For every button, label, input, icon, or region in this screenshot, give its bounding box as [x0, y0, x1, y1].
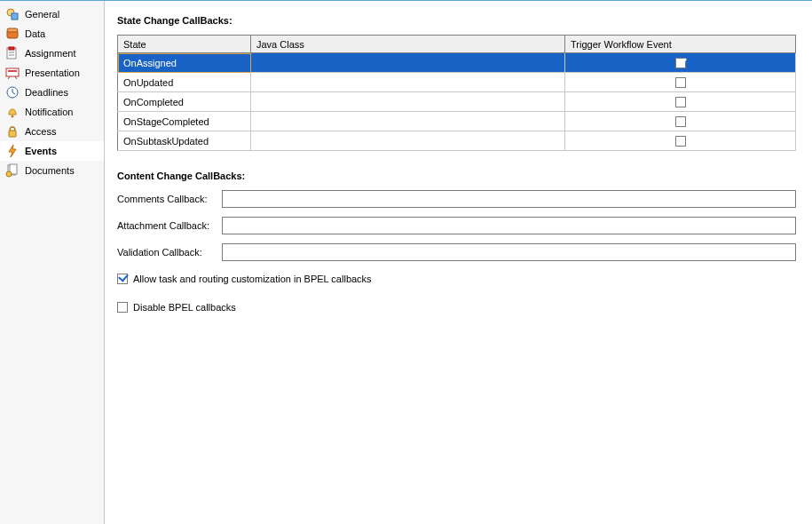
- cell-state[interactable]: OnStageCompleted: [118, 112, 251, 131]
- sidebar-item-presentation[interactable]: Presentation: [0, 63, 104, 83]
- disable-bpel-checkbox[interactable]: [117, 302, 128, 313]
- sidebar: General Data Assignment Presentation Dea…: [0, 1, 105, 524]
- state-change-title: State Change CallBacks:: [117, 15, 796, 26]
- sidebar-item-label: Deadlines: [25, 87, 68, 98]
- general-icon: [5, 7, 20, 21]
- sidebar-item-label: Notification: [25, 107, 73, 117]
- cell-javaclass[interactable]: [251, 73, 565, 92]
- table-row[interactable]: OnSubtaskUpdated: [118, 131, 796, 151]
- col-header-state[interactable]: State: [118, 36, 251, 53]
- allow-customization-label: Allow task and routing customization in …: [133, 274, 372, 284]
- trigger-checkbox[interactable]: [675, 136, 686, 147]
- cell-state[interactable]: OnSubtaskUpdated: [118, 131, 251, 151]
- cell-javaclass[interactable]: [251, 112, 565, 131]
- clock-icon: [5, 85, 20, 99]
- sidebar-item-events[interactable]: Events: [0, 141, 104, 161]
- document-icon: [5, 163, 20, 178]
- allow-customization-checkbox[interactable]: [117, 274, 128, 284]
- cell-trigger[interactable]: [565, 53, 796, 73]
- cell-state[interactable]: OnCompleted: [118, 92, 251, 112]
- sidebar-item-deadlines[interactable]: Deadlines: [0, 83, 104, 102]
- trigger-checkbox[interactable]: [675, 58, 686, 68]
- table-row[interactable]: OnUpdated: [118, 73, 796, 92]
- sidebar-item-access[interactable]: Access: [0, 122, 104, 141]
- sidebar-item-label: Presentation: [25, 67, 80, 78]
- validation-callback-row: Validation Callback:: [117, 243, 796, 261]
- sidebar-item-label: Data: [25, 28, 45, 39]
- sidebar-item-label: Documents: [25, 165, 75, 176]
- assignment-icon: [5, 46, 20, 60]
- cell-trigger[interactable]: [565, 73, 796, 92]
- content-change-title: Content Change CallBacks:: [117, 171, 796, 181]
- cell-trigger[interactable]: [565, 131, 796, 151]
- sidebar-item-assignment[interactable]: Assignment: [0, 44, 104, 63]
- cell-state[interactable]: OnAssigned: [118, 53, 251, 73]
- disable-bpel-row: Disable BPEL callbacks: [117, 302, 796, 313]
- svg-rect-5: [9, 47, 14, 50]
- sidebar-item-label: General: [25, 9, 59, 20]
- validation-callback-input[interactable]: [222, 243, 796, 261]
- sidebar-item-data[interactable]: Data: [0, 24, 104, 44]
- table-row[interactable]: OnAssigned: [118, 53, 796, 73]
- attachment-callback-label: Attachment Callback:: [117, 220, 217, 231]
- svg-point-20: [6, 171, 12, 177]
- state-change-table: State Java Class Trigger Workflow Event …: [117, 35, 796, 151]
- table-row[interactable]: OnStageCompleted: [118, 112, 796, 131]
- data-icon: [5, 27, 20, 41]
- svg-rect-1: [12, 13, 18, 20]
- svg-rect-8: [6, 68, 19, 76]
- sidebar-item-label: Access: [25, 126, 56, 137]
- svg-rect-16: [9, 131, 16, 137]
- cell-javaclass[interactable]: [251, 53, 565, 73]
- svg-point-15: [12, 115, 14, 118]
- sidebar-item-notification[interactable]: Notification: [0, 102, 104, 122]
- lock-icon: [5, 124, 20, 139]
- table-row[interactable]: OnCompleted: [118, 92, 796, 112]
- svg-marker-17: [9, 145, 16, 157]
- cell-trigger[interactable]: [565, 112, 796, 131]
- cell-trigger[interactable]: [565, 92, 796, 112]
- disable-bpel-label: Disable BPEL callbacks: [133, 302, 236, 313]
- cell-state[interactable]: OnUpdated: [118, 73, 251, 92]
- presentation-icon: [5, 66, 20, 80]
- sidebar-item-label: Assignment: [25, 48, 75, 59]
- col-header-javaclass[interactable]: Java Class: [251, 36, 565, 53]
- trigger-checkbox[interactable]: [675, 116, 686, 127]
- app-root: General Data Assignment Presentation Dea…: [0, 0, 812, 524]
- lightning-icon: [5, 144, 20, 158]
- sidebar-item-general[interactable]: General: [0, 4, 104, 24]
- svg-rect-3: [7, 28, 18, 32]
- allow-customization-row: Allow task and routing customization in …: [117, 274, 796, 284]
- svg-rect-9: [8, 70, 17, 72]
- cell-javaclass[interactable]: [251, 131, 565, 151]
- sidebar-item-documents[interactable]: Documents: [0, 161, 104, 180]
- comments-callback-row: Comments Callback:: [117, 190, 796, 208]
- bell-icon: [5, 105, 20, 119]
- attachment-callback-row: Attachment Callback:: [117, 217, 796, 234]
- attachment-callback-input[interactable]: [222, 217, 796, 234]
- trigger-checkbox[interactable]: [675, 97, 686, 107]
- main-panel: State Change CallBacks: State Java Class…: [105, 1, 812, 524]
- comments-callback-label: Comments Callback:: [117, 194, 217, 204]
- comments-callback-input[interactable]: [222, 190, 796, 208]
- col-header-trigger[interactable]: Trigger Workflow Event: [565, 36, 796, 53]
- sidebar-item-label: Events: [25, 146, 57, 156]
- cell-javaclass[interactable]: [251, 92, 565, 112]
- trigger-checkbox[interactable]: [675, 77, 686, 88]
- validation-callback-label: Validation Callback:: [117, 247, 217, 258]
